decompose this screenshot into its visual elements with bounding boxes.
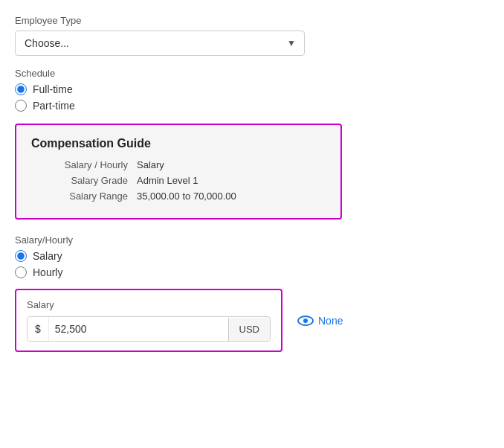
- salary-radio-hourly-input[interactable]: [15, 266, 27, 278]
- salary-input-outer: Salary $ USD None: [15, 289, 489, 352]
- guide-value-salary-range: 35,000.00 to 70,000.00: [137, 191, 236, 202]
- employee-type-select-wrapper: Choose... ▼: [15, 31, 305, 56]
- compensation-guide-box: Compensation Guide Salary / Hourly Salar…: [15, 124, 342, 220]
- salary-radio-hourly-label: Hourly: [33, 266, 62, 278]
- salary-hourly-label: Salary/Hourly: [15, 234, 489, 246]
- schedule-radio-parttime[interactable]: Part-time: [15, 100, 489, 112]
- eye-none-label: None: [318, 315, 343, 327]
- salary-number-input[interactable]: [49, 317, 228, 341]
- eye-icon: [297, 315, 314, 327]
- schedule-radio-fulltime-input[interactable]: [15, 83, 27, 95]
- guide-label-salary-hourly: Salary / Hourly: [31, 159, 128, 170]
- guide-row-salary-range: Salary Range 35,000.00 to 70,000.00: [31, 191, 326, 202]
- schedule-radio-fulltime[interactable]: Full-time: [15, 83, 489, 95]
- salary-hourly-section: Salary/Hourly Salary Hourly: [15, 234, 489, 278]
- schedule-parttime-label: Part-time: [33, 100, 75, 112]
- salary-radio-salary-label: Salary: [33, 250, 62, 262]
- guide-row-salary-hourly: Salary / Hourly Salary: [31, 159, 326, 170]
- schedule-label: Schedule: [15, 68, 489, 79]
- employee-type-select[interactable]: Choose...: [15, 31, 305, 56]
- schedule-section: Schedule Full-time Part-time: [15, 68, 489, 112]
- usd-button[interactable]: USD: [228, 318, 270, 341]
- employee-type-label: Employee Type: [15, 15, 489, 26]
- schedule-fulltime-label: Full-time: [33, 83, 73, 95]
- salary-radio-salary[interactable]: Salary: [15, 250, 489, 262]
- salary-radio-hourly[interactable]: Hourly: [15, 266, 489, 278]
- guide-label-salary-grade: Salary Grade: [31, 175, 128, 186]
- salary-hourly-radio-group: Salary Hourly: [15, 250, 489, 278]
- salary-input-label: Salary: [27, 299, 271, 310]
- salary-input-row: $ USD: [27, 316, 271, 342]
- guide-value-salary-hourly: Salary: [137, 159, 164, 170]
- employee-type-section: Employee Type Choose... ▼: [15, 15, 489, 56]
- dollar-sign-icon: $: [28, 317, 49, 341]
- eye-none-button[interactable]: None: [297, 315, 343, 327]
- svg-point-1: [303, 319, 308, 323]
- compensation-guide-title: Compensation Guide: [31, 137, 326, 150]
- salary-input-box: Salary $ USD: [15, 289, 282, 352]
- guide-label-salary-range: Salary Range: [31, 191, 128, 202]
- salary-radio-salary-input[interactable]: [15, 250, 27, 262]
- guide-value-salary-grade: Admin Level 1: [137, 175, 198, 186]
- guide-row-salary-grade: Salary Grade Admin Level 1: [31, 175, 326, 186]
- schedule-radio-parttime-input[interactable]: [15, 100, 27, 112]
- schedule-radio-group: Full-time Part-time: [15, 83, 489, 112]
